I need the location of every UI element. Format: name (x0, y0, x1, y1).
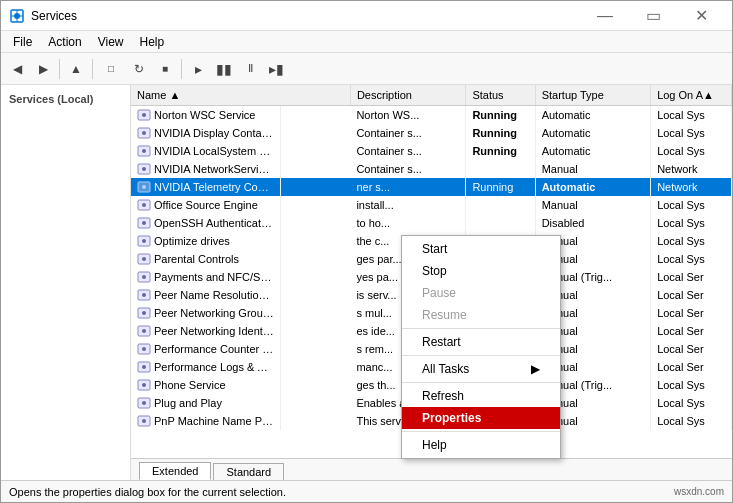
table-row[interactable]: NVIDIA LocalSystem ContainerContainer s.… (131, 142, 732, 160)
window-title: Services (31, 9, 582, 23)
context-menu-item[interactable]: Refresh (402, 385, 560, 407)
title-bar: Services — ▭ ✕ (1, 1, 732, 31)
table-row[interactable]: NVIDIA Telemetry Containerner s...Runnin… (131, 178, 732, 196)
svg-point-21 (142, 257, 146, 261)
window-icon (9, 8, 25, 24)
svg-point-29 (142, 329, 146, 333)
service-status: Running (466, 142, 535, 160)
toolbar-sep-2 (92, 59, 93, 79)
restart-btn[interactable]: ▸▮ (264, 57, 288, 81)
context-menu-item[interactable]: Resume (402, 304, 560, 326)
service-logon: Local Ser (651, 358, 732, 376)
service-desc: Container s... (350, 160, 465, 178)
refresh-btn2[interactable]: ↻ (127, 57, 151, 81)
forward-button[interactable]: ▶ (31, 57, 55, 81)
main-area: Services (Local) Name ▲ Description Stat… (1, 85, 732, 480)
tab-extended[interactable]: Extended (139, 462, 211, 480)
context-menu-separator (402, 355, 560, 356)
service-icon (137, 360, 151, 374)
menu-help[interactable]: Help (132, 33, 173, 51)
tab-standard[interactable]: Standard (213, 463, 284, 480)
service-logon: Local Sys (651, 105, 732, 124)
col-startup[interactable]: Startup Type (535, 85, 650, 105)
service-logon: Local Ser (651, 322, 732, 340)
service-name: Plug and Play (154, 397, 222, 409)
service-desc: install... (350, 196, 465, 214)
service-desc: ner s... (350, 178, 465, 196)
service-logon: Local Sys (651, 196, 732, 214)
service-desc: Container s... (350, 142, 465, 160)
svg-point-9 (142, 149, 146, 153)
service-icon (137, 342, 151, 356)
service-icon (137, 234, 151, 248)
context-menu-item[interactable]: Restart (402, 331, 560, 353)
svg-point-27 (142, 311, 146, 315)
minimize-button[interactable]: — (582, 1, 628, 31)
col-desc[interactable]: Description (350, 85, 465, 105)
table-header: Name ▲ Description Status Startup Type L… (131, 85, 732, 105)
menu-file[interactable]: File (5, 33, 40, 51)
menu-view[interactable]: View (90, 33, 132, 51)
context-menu-item[interactable]: Start (402, 238, 560, 260)
service-status (466, 160, 535, 178)
context-menu-item[interactable]: Properties (402, 407, 560, 429)
service-logon: Local Sys (651, 232, 732, 250)
svg-point-19 (142, 239, 146, 243)
toolbar: ◀ ▶ ▲ □ ↻ ■ ▸ ▮▮ Ⅱ ▸▮ (1, 53, 732, 85)
table-row[interactable]: Office Source Engineinstall...ManualLoca… (131, 196, 732, 214)
export-btn[interactable]: ▸ (186, 57, 210, 81)
toolbar-sep-3 (181, 59, 182, 79)
col-logon[interactable]: Log On A▲ (651, 85, 732, 105)
sidebar-title: Services (Local) (9, 93, 122, 105)
service-logon: Local Sys (651, 142, 732, 160)
table-row[interactable]: OpenSSH Authentication Agen...to ho...Di… (131, 214, 732, 232)
service-logon: Network (651, 160, 732, 178)
service-icon (137, 108, 151, 122)
service-logon: Local Ser (651, 340, 732, 358)
properties-btn[interactable]: ■ (153, 57, 177, 81)
service-name: OpenSSH Authentication Agen... (154, 217, 274, 229)
col-name[interactable]: Name ▲ (131, 85, 350, 105)
svg-point-13 (142, 185, 146, 189)
table-row[interactable]: NVIDIA Display Container LSContainer s..… (131, 124, 732, 142)
context-menu-separator (402, 328, 560, 329)
watermark: wsxdn.com (674, 486, 724, 497)
service-name: PnP Machine Name Publication Service (154, 415, 274, 427)
service-logon: Local Sys (651, 214, 732, 232)
service-name: Norton WSC Service (154, 109, 255, 121)
menu-action[interactable]: Action (40, 33, 89, 51)
context-menu-item[interactable]: Help (402, 434, 560, 456)
service-logon: Local Sys (651, 394, 732, 412)
service-icon (137, 216, 151, 230)
service-icon (137, 180, 151, 194)
service-icon (137, 396, 151, 410)
service-name: Optimize drives (154, 235, 230, 247)
context-menu-item[interactable]: Pause (402, 282, 560, 304)
service-logon: Local Sys (651, 412, 732, 430)
svg-point-15 (142, 203, 146, 207)
service-icon (137, 324, 151, 338)
back-button[interactable]: ◀ (5, 57, 29, 81)
table-row[interactable]: Norton WSC ServiceNorton WS...RunningAut… (131, 105, 732, 124)
context-menu-item[interactable]: Stop (402, 260, 560, 282)
window-controls: — ▭ ✕ (582, 1, 724, 31)
service-icon (137, 126, 151, 140)
stop-btn[interactable]: ▮▮ (212, 57, 236, 81)
close-button[interactable]: ✕ (678, 1, 724, 31)
col-status[interactable]: Status (466, 85, 535, 105)
maximize-button[interactable]: ▭ (630, 1, 676, 31)
show-hide-btn[interactable]: □ (97, 57, 125, 81)
context-menu-item[interactable]: All Tasks▶ (402, 358, 560, 380)
service-icon (137, 288, 151, 302)
pause-btn[interactable]: Ⅱ (238, 57, 262, 81)
service-icon (137, 198, 151, 212)
service-startup: Automatic (535, 142, 650, 160)
svg-point-39 (142, 419, 146, 423)
service-icon (137, 378, 151, 392)
services-window: Services — ▭ ✕ File Action View Help ◀ ▶… (0, 0, 733, 503)
up-button[interactable]: ▲ (64, 57, 88, 81)
svg-point-31 (142, 347, 146, 351)
service-icon (137, 162, 151, 176)
table-row[interactable]: NVIDIA NetworkService ContainerContainer… (131, 160, 732, 178)
services-content: Name ▲ Description Status Startup Type L… (131, 85, 732, 480)
